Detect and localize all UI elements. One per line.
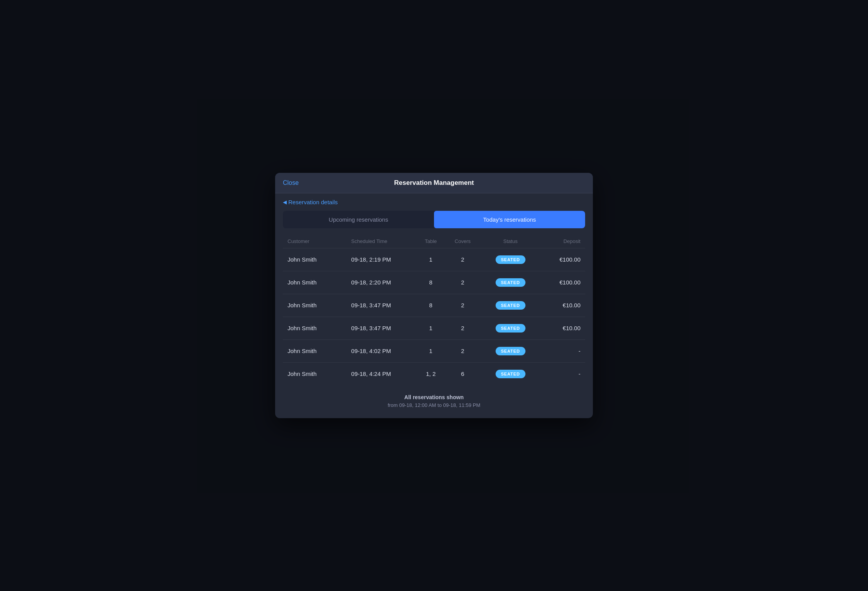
status-badge: SEATED [496,347,525,355]
table-number: 1 [415,348,447,354]
scheduled-time: 09-18, 4:24 PM [351,370,415,377]
back-link-label: Reservation details [288,199,338,205]
status-badge: SEATED [496,255,525,264]
covers-count: 2 [447,325,479,331]
tab-today[interactable]: Today's reservations [434,211,585,228]
customer-name: John Smith [288,302,351,308]
modal-title: Reservation Management [394,179,474,187]
back-link[interactable]: ◀ Reservation details [283,199,338,205]
back-arrow-icon: ◀ [283,199,287,205]
table-number: 1 [415,256,447,263]
table-header: Customer Scheduled Time Table Covers Sta… [283,234,585,248]
status-badge: SEATED [496,301,525,310]
col-covers: Covers [447,238,479,244]
table-row[interactable]: John Smith 09-18, 2:19 PM 1 2 SEATED €10… [283,248,585,271]
table-number: 8 [415,302,447,308]
status-badge: SEATED [496,278,525,287]
reservation-modal: Close Reservation Management ◀ Reservati… [275,173,593,418]
footer-text: All reservations shown from 09-18, 12:00… [275,385,593,418]
footer-sub-line: from 09-18, 12:00 AM to 09-18, 11:59 PM [283,401,585,410]
table-body: John Smith 09-18, 2:19 PM 1 2 SEATED €10… [283,248,585,385]
deposit-amount: €100.00 [542,256,580,263]
scheduled-time: 09-18, 3:47 PM [351,302,415,308]
customer-name: John Smith [288,256,351,263]
covers-count: 2 [447,348,479,354]
status-cell: SEATED [479,324,542,333]
customer-name: John Smith [288,348,351,354]
table-row[interactable]: John Smith 09-18, 4:02 PM 1 2 SEATED - [283,340,585,363]
covers-count: 2 [447,279,479,286]
col-time: Scheduled Time [351,238,415,244]
covers-count: 2 [447,256,479,263]
close-button[interactable]: Close [283,179,299,186]
customer-name: John Smith [288,279,351,286]
col-deposit: Deposit [542,238,580,244]
table-row[interactable]: John Smith 09-18, 2:20 PM 8 2 SEATED €10… [283,271,585,294]
status-cell: SEATED [479,347,542,355]
scheduled-time: 09-18, 3:47 PM [351,325,415,331]
scheduled-time: 09-18, 4:02 PM [351,348,415,354]
table-row[interactable]: John Smith 09-18, 3:47 PM 8 2 SEATED €10… [283,294,585,317]
col-table: Table [415,238,447,244]
deposit-amount: €100.00 [542,279,580,286]
table-row[interactable]: John Smith 09-18, 4:24 PM 1, 2 6 SEATED … [283,363,585,385]
back-navigation: ◀ Reservation details [275,193,593,211]
modal-overlay: Close Reservation Management ◀ Reservati… [0,0,868,591]
modal-header: Close Reservation Management [275,173,593,193]
table-row[interactable]: John Smith 09-18, 3:47 PM 1 2 SEATED €10… [283,317,585,340]
tabs-container: Upcoming reservations Today's reservatio… [283,211,585,228]
status-cell: SEATED [479,278,542,287]
covers-count: 6 [447,370,479,377]
deposit-amount: €10.00 [542,325,580,331]
table-number: 1 [415,325,447,331]
covers-count: 2 [447,302,479,308]
footer-main-line: All reservations shown [283,393,585,401]
reservations-table: Customer Scheduled Time Table Covers Sta… [283,234,585,385]
tab-upcoming[interactable]: Upcoming reservations [283,211,434,228]
customer-name: John Smith [288,325,351,331]
deposit-amount: €10.00 [542,302,580,308]
status-badge: SEATED [496,324,525,333]
deposit-amount: - [542,348,580,354]
customer-name: John Smith [288,370,351,377]
status-cell: SEATED [479,301,542,310]
status-cell: SEATED [479,370,542,378]
status-cell: SEATED [479,255,542,264]
table-number: 1, 2 [415,370,447,377]
scheduled-time: 09-18, 2:19 PM [351,256,415,263]
status-badge: SEATED [496,370,525,378]
scheduled-time: 09-18, 2:20 PM [351,279,415,286]
deposit-amount: - [542,370,580,377]
table-number: 8 [415,279,447,286]
col-status: Status [479,238,542,244]
col-customer: Customer [288,238,351,244]
